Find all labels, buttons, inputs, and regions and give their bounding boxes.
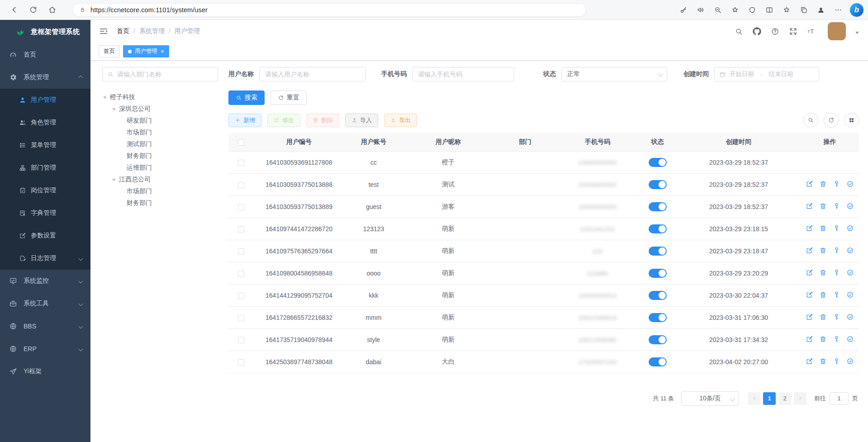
browser-essentials-button[interactable] [745, 3, 759, 17]
row-edit-button[interactable] [806, 180, 813, 188]
row-check-circle-button[interactable] [846, 224, 854, 232]
row-key-button[interactable] [833, 247, 840, 254]
more-button[interactable] [831, 3, 845, 17]
sidebar-item-param[interactable]: 参数设置 [0, 224, 90, 247]
sidebar-item-dict[interactable]: 字典管理 [0, 202, 90, 224]
row-edit-button[interactable] [806, 202, 813, 210]
status-toggle[interactable] [649, 202, 667, 211]
row-delete-button[interactable] [819, 269, 827, 276]
tree-node[interactable]: 市场部门 [102, 185, 218, 197]
sidebar-item-role[interactable]: 角色管理 [0, 111, 90, 134]
status-toggle[interactable] [649, 357, 667, 366]
prev-page-button[interactable] [748, 392, 760, 405]
tab-active[interactable]: 用户管理× [123, 45, 169, 57]
tree-node[interactable]: 江西总公司 [102, 174, 218, 185]
sidebar-item-user[interactable]: 用户管理 [0, 89, 90, 111]
dept-search-field[interactable] [102, 67, 218, 81]
sidebar-item-system[interactable]: 系统管理 [0, 66, 90, 89]
sidebar-item-dept[interactable]: 部门管理 [0, 157, 90, 179]
dept-search-input[interactable] [117, 71, 213, 78]
row-key-button[interactable] [833, 291, 840, 299]
close-icon[interactable]: × [161, 48, 164, 54]
tree-node[interactable]: 财务部门 [102, 150, 218, 162]
row-checkbox[interactable] [238, 160, 244, 166]
row-check-circle-button[interactable] [846, 313, 854, 321]
sidebar-item-home[interactable]: 首页 [0, 43, 90, 66]
row-checkbox[interactable] [238, 226, 244, 233]
sidebar-item-post[interactable]: 岗位管理 [0, 179, 90, 202]
row-delete-button[interactable] [819, 247, 827, 254]
zoom-out-button[interactable] [711, 3, 725, 17]
question-button[interactable] [771, 27, 779, 36]
reload-button[interactable] [25, 2, 41, 18]
bing-copilot-icon[interactable]: b [850, 3, 863, 17]
status-toggle[interactable] [649, 247, 667, 256]
back-button[interactable] [6, 2, 22, 18]
tree-expand-icon[interactable] [112, 179, 116, 183]
status-toggle[interactable] [649, 224, 667, 233]
row-delete-button[interactable] [819, 202, 827, 210]
status-toggle[interactable] [649, 291, 667, 300]
tree-expand-icon[interactable] [112, 108, 116, 113]
row-check-circle-button[interactable] [846, 335, 854, 343]
breadcrumb-item[interactable]: 系统管理 [139, 27, 165, 35]
next-page-button[interactable] [794, 392, 806, 405]
home-button[interactable] [44, 2, 60, 18]
row-delete-button[interactable] [819, 313, 827, 321]
url-bar[interactable]: https://ccnetcore.com:1101/system/user [72, 3, 586, 17]
user-avatar[interactable] [828, 22, 846, 40]
row-delete-button[interactable] [819, 180, 827, 188]
search-button[interactable]: 搜索 [228, 90, 265, 105]
table-tool-grid-button[interactable] [844, 113, 859, 128]
username-input[interactable] [259, 67, 366, 81]
row-checkbox[interactable] [238, 182, 244, 188]
profile-button[interactable] [814, 3, 828, 17]
tree-node[interactable]: 市场部门 [102, 127, 218, 138]
row-key-button[interactable] [833, 224, 840, 232]
tree-node[interactable]: 测试部门 [102, 138, 218, 150]
tree-expand-icon[interactable] [103, 96, 107, 101]
github-button[interactable] [753, 27, 761, 36]
row-key-button[interactable] [833, 202, 840, 210]
row-checkbox[interactable] [238, 248, 244, 255]
sidebar-item-menu[interactable]: 菜单管理 [0, 134, 90, 157]
row-key-button[interactable] [833, 335, 840, 343]
search-button[interactable] [735, 27, 743, 36]
import-button[interactable]: 导入 [345, 114, 378, 127]
select-all-checkbox[interactable] [238, 139, 244, 146]
status-toggle[interactable] [649, 313, 667, 322]
sidebar-item-monitor[interactable]: 系统监控 [0, 270, 90, 292]
page-number-2[interactable]: 2 [778, 392, 791, 405]
row-edit-button[interactable] [806, 313, 813, 321]
row-key-button[interactable] [833, 313, 840, 321]
status-toggle[interactable] [649, 335, 667, 344]
reset-button[interactable]: 重置 [270, 90, 307, 105]
row-delete-button[interactable] [819, 335, 827, 343]
page-size-select[interactable]: 10条/页 [681, 391, 739, 406]
add-button[interactable]: 新增 [228, 114, 261, 127]
row-edit-button[interactable] [806, 224, 813, 232]
tree-node[interactable]: 财务部门 [102, 197, 218, 209]
row-check-circle-button[interactable] [846, 357, 854, 365]
row-key-button[interactable] [833, 269, 840, 276]
phone-input[interactable] [412, 67, 514, 81]
row-edit-button[interactable] [806, 335, 813, 343]
status-toggle[interactable] [649, 158, 667, 167]
row-checkbox[interactable] [238, 271, 244, 277]
row-checkbox[interactable] [238, 204, 244, 210]
font-size-button[interactable]: TT [807, 27, 816, 36]
row-delete-button[interactable] [819, 291, 827, 299]
row-edit-button[interactable] [806, 357, 813, 365]
table-tool-refresh-button[interactable] [824, 113, 839, 128]
row-check-circle-button[interactable] [846, 180, 854, 188]
export-button[interactable]: 导出 [384, 114, 417, 127]
sidebar-item-tools[interactable]: 系统工具 [0, 292, 90, 315]
date-range-input[interactable]: 开始日期 - 结束日期 [714, 67, 819, 81]
row-key-button[interactable] [833, 357, 840, 365]
tree-node[interactable]: 深圳总公司 [102, 103, 218, 115]
sidebar-item-erp[interactable]: ERP [0, 337, 90, 360]
sidebar-collapse-button[interactable] [99, 26, 109, 36]
status-select[interactable]: 正常 [561, 67, 667, 81]
key-button[interactable] [676, 3, 691, 17]
delete-button[interactable]: 删除 [306, 114, 339, 127]
